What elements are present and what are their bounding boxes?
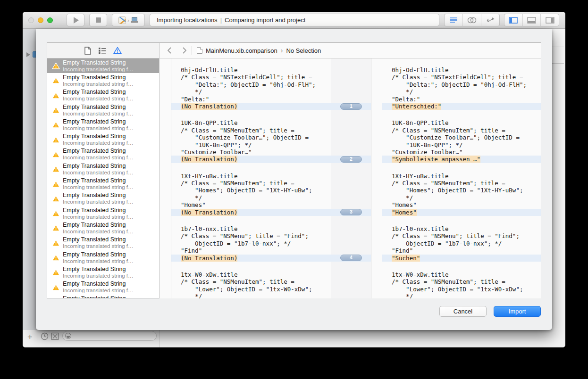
list-icon[interactable] <box>98 47 106 54</box>
ribbon-diff-line: 2 <box>331 156 371 163</box>
ribbon-line <box>331 81 371 88</box>
forward-chevron-icon[interactable] <box>182 47 187 54</box>
issue-row[interactable]: Empty Translated StringIncoming translat… <box>47 206 159 221</box>
code-block: 0hj-Od-FlH.title/* Class = "NSTextFieldC… <box>382 66 541 110</box>
issue-row[interactable]: Empty Translated StringIncoming translat… <box>47 162 159 176</box>
code-block: 1b7-l0-nxx.title/* Class = "NSMenu"; tit… <box>171 225 331 262</box>
issue-text: Empty Translated StringIncoming translat… <box>63 280 134 294</box>
ribbon-line <box>331 148 371 156</box>
ribbon-line <box>331 194 371 201</box>
diff-highlight: (No Translation) <box>181 255 237 262</box>
ribbon-line <box>331 187 371 194</box>
issue-row[interactable]: Empty Translated StringIncoming translat… <box>47 147 159 162</box>
issue-text: Empty Translated StringIncoming translat… <box>63 192 134 205</box>
diff-badge[interactable]: 3 <box>340 209 362 215</box>
issue-row[interactable]: Empty Translated StringIncoming translat… <box>47 132 159 147</box>
comparison-file-icon <box>197 47 202 54</box>
zoom-window-button[interactable] <box>47 17 53 23</box>
debug-area-panel-button[interactable] <box>523 14 541 26</box>
disclosure-triangle-icon[interactable] <box>26 52 30 57</box>
close-window-button[interactable] <box>28 17 34 23</box>
navigator-panel-button[interactable] <box>504 14 523 26</box>
code-line: /* Class = "NSMenuItem"; title = <box>171 127 331 134</box>
issue-title: Empty Translated String <box>63 74 134 81</box>
issue-title: Empty Translated String <box>63 163 134 170</box>
diff-badge[interactable]: 1 <box>340 103 362 110</box>
code-line: */ <box>171 293 331 298</box>
issue-text: Empty Translated StringIncoming translat… <box>63 251 134 264</box>
issue-row[interactable]: Empty Translated StringIncoming translat… <box>47 280 159 294</box>
scheme-selector[interactable]: › <box>112 14 145 26</box>
diff-line: (No Translation) <box>171 156 331 163</box>
diff-badge[interactable]: 4 <box>340 255 362 261</box>
issue-row[interactable]: Empty Translated StringIncoming translat… <box>47 103 159 117</box>
issue-row[interactable]: Empty Translated StringIncoming translat… <box>47 88 159 103</box>
activity-divider: | <box>220 16 222 24</box>
issue-row[interactable]: Empty Translated StringIncoming translat… <box>47 250 159 265</box>
code-line: /* Class = "NSTextFieldCell"; title = <box>382 74 541 81</box>
stop-button[interactable] <box>89 14 107 26</box>
diff-highlight: "Homes" <box>392 209 417 216</box>
issue-title: Empty Translated String <box>63 192 134 199</box>
code-line: 1UK-8n-QPP.title <box>382 119 541 126</box>
diff-badge[interactable]: 2 <box>340 156 362 163</box>
issue-row[interactable]: Empty Translated StringIncoming translat… <box>47 117 159 132</box>
view-panels-segmented-control <box>504 14 559 26</box>
diff-highlight: (No Translation) <box>181 209 237 216</box>
back-chevron-icon[interactable] <box>167 47 172 54</box>
import-button[interactable]: Import <box>494 306 541 317</box>
code-line: /* Class = "NSMenuItem"; title = <box>171 278 331 285</box>
sidebar-tab-bar <box>47 43 159 58</box>
ribbon-line <box>331 247 371 254</box>
assistant-editor-button[interactable] <box>463 14 481 26</box>
add-button[interactable]: + <box>27 332 33 342</box>
issue-row[interactable]: Empty Translated StringIncoming translat… <box>47 191 159 206</box>
issue-subtitle: Incoming translated string f… <box>63 273 134 279</box>
import-source-pane[interactable]: 0hj-Od-FlH.title/* Class = "NSTextFieldC… <box>160 58 331 298</box>
filter-input[interactable] <box>62 331 157 341</box>
issue-row[interactable]: Empty Translated StringIncoming translat… <box>47 176 159 191</box>
import-localizations-sheet: Empty Translated StringIncoming translat… <box>36 29 552 330</box>
ribbon-block: 2 <box>331 119 371 163</box>
code-line: ObjectID = "1b7-l0-nxx"; */ <box>382 240 541 247</box>
issue-row[interactable]: Empty Translated StringIncoming translat… <box>47 295 159 298</box>
warning-icon <box>52 165 60 173</box>
breadcrumb-file[interactable]: MainMenu.xib.comparison <box>206 47 277 54</box>
standard-editor-button[interactable] <box>445 14 463 26</box>
issue-row[interactable]: Empty Translated StringIncoming translat… <box>47 58 159 73</box>
activity-status-bar: Importing localizations | Comparing impo… <box>150 14 439 26</box>
ribbon-line <box>331 278 371 285</box>
issue-title: Empty Translated String <box>63 266 134 273</box>
import-source-content: 0hj-Od-FlH.title/* Class = "NSTextFieldC… <box>171 58 331 298</box>
code-block: 1tx-W0-xDw.title/* Class = "NSMenuItem";… <box>382 271 541 298</box>
issue-text: Empty Translated StringIncoming translat… <box>63 222 134 235</box>
issue-text: Empty Translated StringIncoming translat… <box>63 236 134 249</box>
minimize-window-button[interactable] <box>38 17 43 23</box>
diff-line: "Suchen" <box>382 255 541 262</box>
issue-row[interactable]: Empty Translated StringIncoming translat… <box>47 73 159 88</box>
breadcrumb-selection[interactable]: No Selection <box>286 47 321 54</box>
cancel-button[interactable]: Cancel <box>439 306 487 317</box>
issue-row[interactable]: Empty Translated StringIncoming translat… <box>47 236 159 250</box>
code-block: 1tx-W0-xDw.title/* Class = "NSMenuItem";… <box>171 271 331 298</box>
issue-subtitle: Incoming translated string f… <box>63 140 134 146</box>
frame-icon[interactable] <box>51 332 59 340</box>
version-editor-button[interactable] <box>481 14 499 26</box>
issue-row[interactable]: Empty Translated StringIncoming translat… <box>47 265 159 280</box>
issues-sidebar: Empty Translated StringIncoming translat… <box>47 43 160 298</box>
code-block: 1Xt-HY-uBw.title/* Class = "NSMenuItem";… <box>171 173 331 216</box>
clock-icon[interactable] <box>41 332 49 340</box>
ribbon-line <box>331 119 371 126</box>
issue-text: Empty Translated StringIncoming translat… <box>63 207 134 220</box>
diff-highlight: (No Translation) <box>181 103 237 110</box>
warning-triangle-icon[interactable] <box>113 47 122 54</box>
project-pane[interactable]: 0hj-Od-FlH.title/* Class = "NSTextFieldC… <box>371 58 541 298</box>
utilities-panel-button[interactable] <box>541 14 559 26</box>
code-line: /* Class = "NSMenuItem"; title = <box>382 180 541 187</box>
diff-line: "Symbolleiste anpassen …" <box>382 156 541 163</box>
warning-icon <box>52 284 60 291</box>
issue-row[interactable]: Empty Translated StringIncoming translat… <box>47 221 159 235</box>
document-icon[interactable] <box>84 47 91 55</box>
run-button[interactable] <box>67 14 84 26</box>
ribbon-diff-line: 1 <box>331 103 371 110</box>
